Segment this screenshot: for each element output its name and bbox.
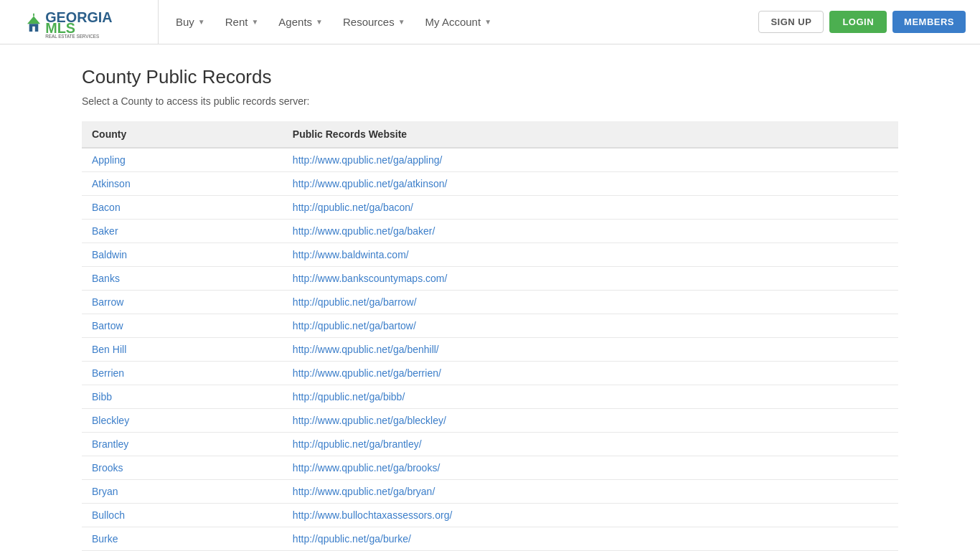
site-header: GEORGIA MLS REAL ESTATE SERVICES Buy ▼ R… xyxy=(0,0,980,44)
nav-agents[interactable]: Agents ▼ xyxy=(268,0,333,44)
svg-marker-0 xyxy=(27,16,40,24)
county-link[interactable]: Bibb xyxy=(92,391,112,402)
county-cell: Bulloch xyxy=(82,504,283,527)
url-link[interactable]: http://qpublic.net/ga/bacon/ xyxy=(293,202,413,213)
county-cell: Banks xyxy=(82,267,283,291)
url-cell: http://www.bankscountymaps.com/ xyxy=(283,267,898,291)
county-link[interactable]: Baker xyxy=(92,225,118,237)
nav-my-account[interactable]: My Account ▼ xyxy=(415,0,501,44)
nav-buy[interactable]: Buy ▼ xyxy=(166,0,215,44)
url-link[interactable]: http://qpublic.net/ga/bartow/ xyxy=(293,320,416,331)
url-link[interactable]: http://www.qpublic.net/ga/berrien/ xyxy=(293,367,441,379)
table-row: Bibbhttp://qpublic.net/ga/bibb/ xyxy=(82,385,898,409)
url-cell: http://qpublic.net/ga/bacon/ xyxy=(283,196,898,220)
main-content: County Public Records Select a County to… xyxy=(0,44,980,551)
url-cell: http://www.qpublic.net/ga/benhill/ xyxy=(283,338,898,362)
county-cell: Appling xyxy=(82,148,283,172)
url-cell: http://qpublic.net/ga/barrow/ xyxy=(283,291,898,314)
url-link[interactable]: http://qpublic.net/ga/barrow/ xyxy=(293,296,417,308)
county-link[interactable]: Bacon xyxy=(92,202,121,213)
county-link[interactable]: Appling xyxy=(92,154,126,166)
county-cell: Bartow xyxy=(82,314,283,338)
url-link[interactable]: http://www.qpublic.net/ga/bryan/ xyxy=(293,486,435,497)
table-row: Bleckleyhttp://www.qpublic.net/ga/bleckl… xyxy=(82,409,898,433)
county-link[interactable]: Bulloch xyxy=(92,509,125,521)
table-row: Baldwinhttp://www.baldwinta.com/ xyxy=(82,243,898,267)
url-cell: http://www.qpublic.net/ga/bleckley/ xyxy=(283,409,898,433)
county-link[interactable]: Berrien xyxy=(92,367,124,379)
url-cell: http://www.qpublic.net/ga/baker/ xyxy=(283,220,898,243)
url-link[interactable]: http://www.qpublic.net/ga/appling/ xyxy=(293,154,443,166)
county-cell: Baldwin xyxy=(82,243,283,267)
url-link[interactable]: http://www.qpublic.net/ga/atkinson/ xyxy=(293,178,448,189)
url-link[interactable]: http://www.baldwinta.com/ xyxy=(293,249,409,260)
county-cell: Brooks xyxy=(82,456,283,480)
url-link[interactable]: http://www.bankscountymaps.com/ xyxy=(293,273,448,284)
county-link[interactable]: Burke xyxy=(92,533,118,545)
url-link[interactable]: http://qpublic.net/ga/bibb/ xyxy=(293,391,405,402)
url-cell: http://qpublic.net/ga/bartow/ xyxy=(283,314,898,338)
col-website: Public Records Website xyxy=(283,121,898,148)
my-account-caret-icon: ▼ xyxy=(484,18,491,26)
page-title: County Public Records xyxy=(82,66,898,88)
table-row: Ben Hillhttp://www.qpublic.net/ga/benhil… xyxy=(82,338,898,362)
signup-button[interactable]: SIGN UP xyxy=(758,11,824,33)
table-row: Baconhttp://qpublic.net/ga/bacon/ xyxy=(82,196,898,220)
url-link[interactable]: http://www.qpublic.net/ga/baker/ xyxy=(293,225,435,237)
table-header: County Public Records Website xyxy=(82,121,898,148)
header-actions: SIGN UP LOGIN MEMBERS xyxy=(758,11,966,33)
county-link[interactable]: Atkinson xyxy=(92,178,131,189)
county-cell: Atkinson xyxy=(82,172,283,196)
county-link[interactable]: Brooks xyxy=(92,462,123,474)
table-row: Bryanhttp://www.qpublic.net/ga/bryan/ xyxy=(82,480,898,504)
table-row: Brookshttp://www.qpublic.net/ga/brooks/ xyxy=(82,456,898,480)
url-link[interactable]: http://qpublic.net/ga/brantley/ xyxy=(293,438,422,450)
county-table: County Public Records Website Applinghtt… xyxy=(82,121,898,551)
table-row: Bakerhttp://www.qpublic.net/ga/baker/ xyxy=(82,220,898,243)
login-button[interactable]: LOGIN xyxy=(829,11,887,33)
table-row: Bankshttp://www.bankscountymaps.com/ xyxy=(82,267,898,291)
county-link[interactable]: Bleckley xyxy=(92,415,129,426)
table-row: Bullochhttp://www.bullochtaxassessors.or… xyxy=(82,504,898,527)
county-link[interactable]: Bartow xyxy=(92,320,123,331)
nav-resources[interactable]: Resources ▼ xyxy=(333,0,415,44)
rent-caret-icon: ▼ xyxy=(251,18,258,26)
table-row: Applinghttp://www.qpublic.net/ga/appling… xyxy=(82,148,898,172)
county-link[interactable]: Banks xyxy=(92,273,120,284)
county-cell: Berrien xyxy=(82,362,283,385)
table-row: Atkinsonhttp://www.qpublic.net/ga/atkins… xyxy=(82,172,898,196)
buy-caret-icon: ▼ xyxy=(198,18,205,26)
county-cell: Burke xyxy=(82,527,283,551)
county-link[interactable]: Ben Hill xyxy=(92,344,126,355)
url-cell: http://www.bullochtaxassessors.org/ xyxy=(283,504,898,527)
members-button[interactable]: MEMBERS xyxy=(892,11,966,33)
page-subtitle: Select a County to access its public rec… xyxy=(82,95,898,107)
url-cell: http://www.qpublic.net/ga/brooks/ xyxy=(283,456,898,480)
table-row: Brantleyhttp://qpublic.net/ga/brantley/ xyxy=(82,433,898,456)
url-link[interactable]: http://www.qpublic.net/ga/brooks/ xyxy=(293,462,440,474)
county-link[interactable]: Brantley xyxy=(92,438,128,450)
url-cell: http://qpublic.net/ga/burke/ xyxy=(283,527,898,551)
url-cell: http://www.qpublic.net/ga/appling/ xyxy=(283,148,898,172)
county-link[interactable]: Baldwin xyxy=(92,249,127,260)
county-link[interactable]: Barrow xyxy=(92,296,123,308)
svg-text:REAL ESTATE SERVICES: REAL ESTATE SERVICES xyxy=(45,34,99,39)
url-cell: http://www.qpublic.net/ga/berrien/ xyxy=(283,362,898,385)
table-row: Burkehttp://qpublic.net/ga/burke/ xyxy=(82,527,898,551)
col-county: County xyxy=(82,121,283,148)
county-link[interactable]: Bryan xyxy=(92,486,118,497)
resources-caret-icon: ▼ xyxy=(398,18,405,26)
county-cell: Bryan xyxy=(82,480,283,504)
url-cell: http://www.baldwinta.com/ xyxy=(283,243,898,267)
county-cell: Bacon xyxy=(82,196,283,220)
agents-caret-icon: ▼ xyxy=(316,18,323,26)
url-link[interactable]: http://www.qpublic.net/ga/bleckley/ xyxy=(293,415,446,426)
url-link[interactable]: http://www.bullochtaxassessors.org/ xyxy=(293,509,453,521)
url-cell: http://qpublic.net/ga/bibb/ xyxy=(283,385,898,409)
url-link[interactable]: http://www.qpublic.net/ga/benhill/ xyxy=(293,344,439,355)
logo[interactable]: GEORGIA MLS REAL ESTATE SERVICES xyxy=(14,4,143,40)
county-cell: Bibb xyxy=(82,385,283,409)
nav-rent[interactable]: Rent ▼ xyxy=(215,0,269,44)
url-link[interactable]: http://qpublic.net/ga/burke/ xyxy=(293,533,411,545)
county-cell: Brantley xyxy=(82,433,283,456)
